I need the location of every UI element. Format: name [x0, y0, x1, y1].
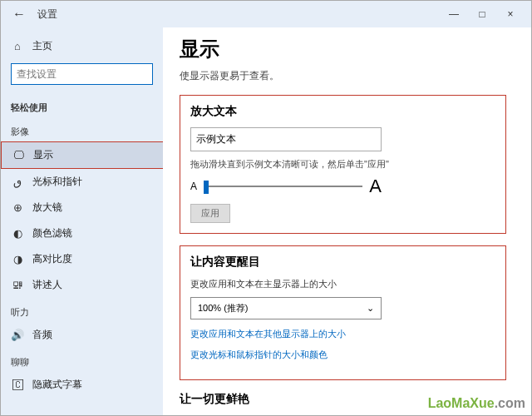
minimize-button[interactable]: — [440, 8, 468, 20]
content-area: 显示 使显示器更易于查看。 放大文本 示例文本 拖动滑块直到示例文本清晰可读，然… [163, 27, 531, 415]
slider-hint: 拖动滑块直到示例文本清晰可读，然后单击"应用" [190, 158, 495, 171]
page-subtitle: 使显示器更易于查看。 [180, 69, 506, 83]
display-icon: 🖵 [12, 149, 25, 162]
category-vision: 影像 [1, 117, 163, 141]
maximize-button[interactable]: □ [468, 8, 496, 20]
cursor-icon: ٯ [11, 176, 24, 189]
scale-description: 更改应用和文本在主显示器上的大小 [190, 278, 495, 290]
home-label: 主页 [32, 39, 52, 53]
back-button[interactable]: ← [7, 7, 31, 22]
window-controls: — □ × [440, 8, 525, 20]
link-cursor-size[interactable]: 更改光标和鼠标指针的大小和颜色 [190, 349, 495, 361]
narrator-icon: 🖳 [11, 279, 24, 292]
sidebar-item-label: 显示 [33, 148, 53, 162]
sidebar-item-narrator[interactable]: 🖳 讲述人 [1, 272, 163, 298]
main-area: ⌂ 主页 轻松使用 影像 🖵 显示 ٯ 光标和指针 ⊕ 放大镜 ◐ 颜 [1, 27, 531, 415]
sidebar-item-label: 颜色滤镜 [32, 226, 72, 240]
slider-thumb[interactable] [204, 181, 209, 194]
apply-button[interactable]: 应用 [190, 204, 230, 223]
watermark: LaoMaXue.com [428, 396, 525, 411]
contrast-icon: ◑ [11, 253, 24, 266]
watermark-b: .com [495, 396, 525, 410]
panel-make-text-bigger: 放大文本 示例文本 拖动滑块直到示例文本清晰可读，然后单击"应用" A A 应用 [180, 95, 506, 234]
audio-icon: 🔊 [11, 329, 24, 342]
cc-icon: 🄲 [11, 379, 24, 392]
sidebar-item-cc[interactable]: 🄲 隐藏式字幕 [1, 372, 163, 398]
home-link[interactable]: ⌂ 主页 [1, 34, 163, 58]
slider-track [204, 186, 362, 187]
panel-heading: 让内容更醒目 [190, 255, 495, 270]
panel-heading: 放大文本 [190, 104, 495, 119]
chevron-down-icon: ⌄ [367, 303, 374, 314]
sidebar-item-label: 音频 [32, 328, 52, 342]
category-hearing: 听力 [1, 298, 163, 322]
sidebar-item-label: 高对比度 [32, 252, 72, 266]
colorfilter-icon: ◐ [11, 227, 24, 240]
dropdown-value: 100% (推荐) [198, 302, 249, 314]
sidebar-item-audio[interactable]: 🔊 音频 [1, 322, 163, 348]
sidebar-item-magnifier[interactable]: ⊕ 放大镜 [1, 195, 163, 220]
window-title: 设置 [37, 7, 57, 22]
a-large-icon: A [369, 176, 382, 197]
sidebar-item-colorfilter[interactable]: ◐ 颜色滤镜 [1, 220, 163, 246]
group-heading: 轻松使用 [1, 93, 163, 117]
scale-dropdown[interactable]: 100% (推荐) ⌄ [190, 297, 382, 319]
settings-window: ← 设置 — □ × ⌂ 主页 轻松使用 影像 🖵 显示 ٯ 光标和指针 [0, 0, 532, 416]
titlebar: ← 设置 — □ × [1, 1, 531, 27]
sample-text-box: 示例文本 [190, 127, 382, 151]
close-button[interactable]: × [496, 8, 525, 20]
home-icon: ⌂ [11, 40, 24, 53]
text-size-slider[interactable] [204, 178, 362, 195]
sidebar-item-label: 讲述人 [32, 278, 62, 292]
a-small-icon: A [190, 181, 197, 192]
sidebar-item-label: 放大镜 [32, 201, 62, 215]
sidebar-item-label: 隐藏式字幕 [32, 378, 82, 392]
panel-make-bigger: 让内容更醒目 更改应用和文本在主显示器上的大小 100% (推荐) ⌄ 更改应用… [180, 245, 506, 380]
text-size-slider-row: A A [190, 176, 382, 197]
watermark-a: LaoMaXue [428, 396, 495, 410]
sidebar-item-cursor[interactable]: ٯ 光标和指针 [1, 169, 163, 195]
category-chat: 聊聊 [1, 348, 163, 372]
sidebar-item-display[interactable]: 🖵 显示 [1, 141, 163, 169]
sidebar: ⌂ 主页 轻松使用 影像 🖵 显示 ٯ 光标和指针 ⊕ 放大镜 ◐ 颜 [1, 27, 163, 415]
sidebar-item-label: 光标和指针 [32, 175, 82, 189]
page-title: 显示 [180, 36, 506, 62]
link-other-displays[interactable]: 更改应用和文本在其他显示器上的大小 [190, 328, 495, 340]
search-wrap [1, 58, 163, 93]
magnifier-icon: ⊕ [11, 201, 24, 215]
search-input[interactable] [11, 63, 153, 85]
sidebar-item-contrast[interactable]: ◑ 高对比度 [1, 246, 163, 272]
